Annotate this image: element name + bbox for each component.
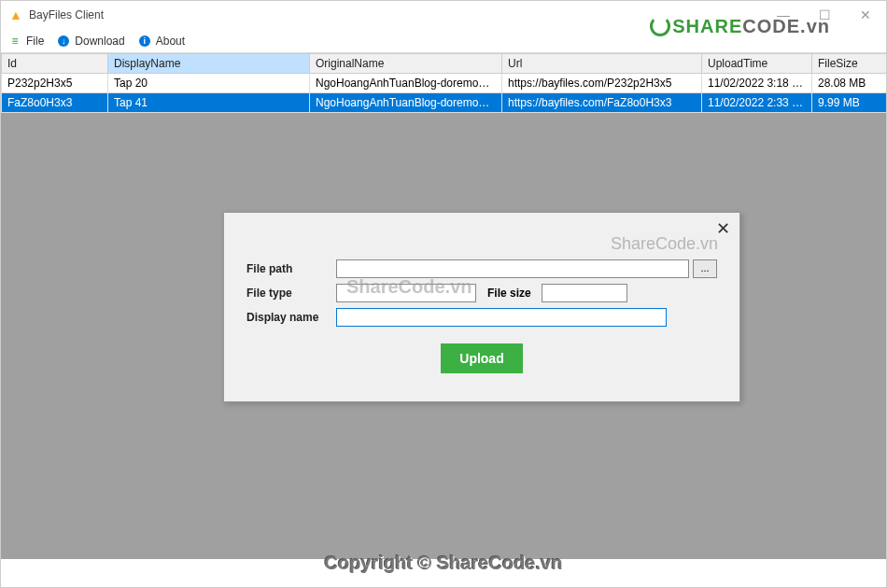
displayname-row: Display name (246, 308, 717, 327)
col-originalname[interactable]: OriginalName (310, 54, 502, 74)
swirl-icon (650, 16, 670, 36)
filepath-label: File path (246, 262, 336, 275)
table-row[interactable]: P232p2H3x5 Tap 20 NgoHoangAnhTuanBlog-do… (2, 74, 887, 93)
upload-dialog: ✕ File path ... File type File size Disp… (223, 212, 740, 402)
menu-file-label: File (26, 35, 44, 48)
col-uploadtime[interactable]: UploadTime (702, 54, 812, 74)
cell-id: P232p2H3x5 (2, 74, 108, 93)
menu-download-label: Download (75, 35, 124, 48)
window-title: BayFiles Client (29, 8, 104, 21)
logo-watermark: SHARECODE.vn (650, 16, 830, 38)
cell-displayname: Tap 41 (108, 93, 310, 113)
download-icon: ↓ (57, 35, 70, 48)
filesize-label: File size (487, 287, 542, 300)
table-row[interactable]: FaZ8o0H3x3 Tap 41 NgoHoangAnhTuanBlog-do… (2, 93, 887, 113)
cell-url: https://bayfiles.com/P232p2H3x5 (502, 74, 702, 93)
cell-url: https://bayfiles.com/FaZ8o0H3x3 (502, 93, 702, 113)
close-button[interactable]: ✕ (845, 1, 886, 29)
app-icon: ▲ (8, 7, 23, 22)
about-icon: i (138, 35, 151, 48)
cell-displayname: Tap 20 (108, 74, 310, 93)
cell-uploadtime: 11/02/2022 3:18 PM (702, 74, 812, 93)
browse-button[interactable]: ... (693, 259, 717, 278)
col-filesize[interactable]: FileSize (812, 54, 887, 74)
cell-originalname: NgoHoangAnhTuanBlog-doremon-ng... (310, 93, 502, 113)
logo-code: CODE (742, 16, 800, 36)
filepath-row: File path ... (246, 259, 717, 278)
filetype-row: File type File size (246, 284, 717, 302)
menu-about-label: About (156, 35, 185, 48)
cell-filesize: 9.99 MB (812, 93, 887, 113)
col-id[interactable]: Id (2, 54, 108, 74)
cell-originalname: NgoHoangAnhTuanBlog-doremon-ng... (310, 74, 502, 93)
dialog-body: File path ... File type File size Displa… (224, 213, 739, 401)
displayname-input[interactable] (336, 308, 667, 327)
menu-download[interactable]: ↓ Download (57, 35, 124, 48)
menu-about[interactable]: i About (138, 35, 185, 48)
cell-filesize: 28.08 MB (812, 74, 887, 93)
displayname-label: Display name (246, 311, 336, 324)
cell-id: FaZ8o0H3x3 (2, 93, 108, 113)
col-url[interactable]: Url (502, 54, 702, 74)
filesize-input[interactable] (542, 284, 627, 302)
filepath-input[interactable] (336, 259, 689, 278)
file-icon: ≡ (8, 35, 21, 48)
table-header-row: Id DisplayName OriginalName Url UploadTi… (2, 54, 887, 74)
filetype-input[interactable] (336, 284, 476, 302)
logo-suffix: .vn (800, 16, 830, 36)
col-displayname[interactable]: DisplayName (108, 54, 310, 74)
file-table[interactable]: Id DisplayName OriginalName Url UploadTi… (1, 53, 887, 113)
upload-button[interactable]: Upload (441, 343, 522, 373)
menu-file[interactable]: ≡ File (8, 35, 44, 48)
filetype-label: File type (246, 287, 336, 300)
dialog-close-button[interactable]: ✕ (716, 218, 730, 239)
cell-uploadtime: 11/02/2022 2:33 PM (702, 93, 812, 113)
logo-share: SHARE (672, 16, 742, 36)
